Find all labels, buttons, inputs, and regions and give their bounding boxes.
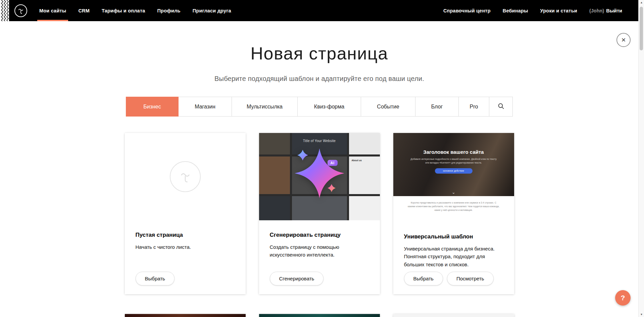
zigzag-decoration [0,0,9,21]
collage-tile [259,196,290,220]
tilda-logo[interactable] [14,4,27,17]
user-menu: (John) Выйти [589,8,622,13]
scrollbar-up-arrow[interactable]: ▲ [639,1,644,4]
tab-blog[interactable]: Блог [415,97,459,117]
tab-business[interactable]: Бизнес [126,97,179,117]
collage-tile [259,156,290,194]
template-preview: Заголовок вашего сайта Добавьте интересн… [393,133,514,222]
ai-collage-preview: About us Title of Your Website [259,133,380,220]
tab-store[interactable]: Магазин [178,97,232,117]
nav-item-tariffs[interactable]: Тарифы и оплата [102,0,145,21]
user-name: (John) [589,8,604,13]
card-actions: Выбрать Посмотреть [404,272,494,285]
nav-item-webinars[interactable]: Вебинары [503,0,528,21]
page-scrollbar[interactable]: ▲ ▼ [638,0,644,317]
top-navbar: Мои сайты CRM Тарифы и оплата Профиль Пр… [0,0,638,21]
template-grid-row2 [125,314,514,317]
select-button[interactable]: Выбрать [404,272,443,285]
collage-tile: About us [349,156,380,194]
select-button[interactable]: Выбрать [136,272,175,285]
template-card[interactable] [259,314,380,317]
nav-item-invite-friend[interactable]: Пригласи друга [193,0,231,21]
template-card-blank[interactable]: Пустая страница Начать с чистого листа. … [125,133,246,294]
card-title: Сгенерировать страницу [270,232,369,238]
nav-item-lessons[interactable]: Уроки и статьи [540,0,577,21]
collage-tile [349,196,380,220]
nav-item-crm[interactable]: CRM [78,0,90,21]
card-description: Создать страницу с помощью искусственног… [270,243,369,259]
preview-body-text: Коротко представьтесь и расскажите о ком… [393,196,514,222]
card-description: Начать с чистого листа. [136,243,235,251]
tab-event[interactable]: Событие [361,97,415,117]
collage-tile [259,133,290,154]
main-navigation: Мои сайты CRM Тарифы и оплата Профиль Пр… [39,0,231,21]
collage-tile [349,133,380,154]
card-description: Универсальная страница для бизнеса. Поня… [404,245,503,268]
logout-link[interactable]: Выйти [606,8,622,13]
collage-about-label: About us [352,159,362,162]
template-card-universal[interactable]: Заголовок вашего сайта Добавьте интересн… [393,133,514,294]
new-page-dialog: Новая страница Выберите подходящий шабло… [0,21,639,317]
template-category-tabs: Бизнес Магазин Мультиссылка Квиз-форма С… [126,97,513,117]
scrollbar-down-arrow[interactable]: ▼ [639,313,644,316]
tab-pro[interactable]: Pro [458,97,489,117]
card-actions: Сгенерировать [270,272,324,285]
card-actions: Выбрать [136,272,175,285]
template-card[interactable] [393,314,514,317]
generate-button[interactable]: Сгенерировать [270,272,324,285]
page-title: Новая страница [0,21,639,63]
scrollbar-thumb[interactable] [640,7,643,50]
template-grid: Пустая страница Начать с чистого листа. … [125,133,514,294]
tilda-watermark-icon [170,161,201,192]
ai-sparkle-icon [293,146,346,200]
template-card[interactable] [125,314,246,317]
card-title: Пустая страница [136,232,235,238]
chevron-down-icon: ⌄ [393,190,514,195]
nav-item-help-center[interactable]: Справочный центр [443,0,491,21]
template-hero-preview: Заголовок вашего сайта Добавьте интересн… [393,133,514,196]
tab-multilink[interactable]: Мультиссылка [232,97,298,117]
card-title: Универсальный шаблон [404,233,503,240]
page: Мои сайты CRM Тарифы и оплата Профиль Пр… [0,0,644,317]
preview-cta-button: основное действие [435,168,473,174]
ai-badge: AI [328,160,338,166]
question-mark-icon: ? [621,294,625,302]
preview-button[interactable]: Посмотреть [447,272,494,285]
secondary-navigation: Справочный центр Вебинары Уроки и статьи… [443,0,638,21]
nav-item-my-sites[interactable]: Мои сайты [39,0,66,21]
tab-search[interactable] [489,97,513,117]
preview-hero-title: Заголовок вашего сайта [393,133,514,155]
help-button[interactable]: ? [615,290,631,306]
nav-item-profile[interactable]: Профиль [157,0,180,21]
collage-website-title: Title of Your Website [259,139,380,143]
template-card-ai-generate[interactable]: About us Title of Your Website [259,133,380,294]
search-icon [498,103,504,111]
tab-quiz-form[interactable]: Квиз-форма [297,97,361,117]
page-subtitle: Выберите подходящий шаблон и адаптируйте… [0,75,639,83]
preview-hero-subtitle: Добавьте интересные подробности о вашей … [410,157,497,165]
